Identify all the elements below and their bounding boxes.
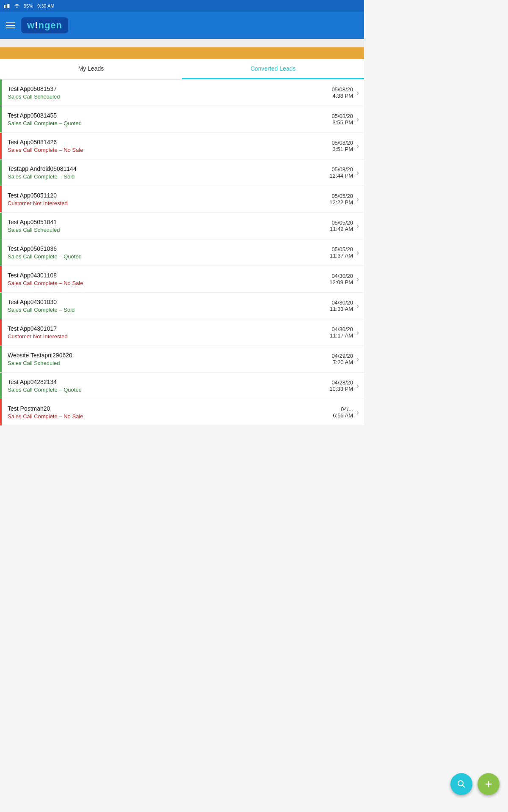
lead-date: 05/05/20 <box>329 193 353 199</box>
chevron-right-icon: › <box>356 328 359 337</box>
status-bar-icons: 95% 9:30 AM <box>4 3 54 8</box>
lead-item[interactable]: Website Testapril290620 Sales Call Sched… <box>0 346 364 373</box>
lead-name: Test App05051120 <box>8 192 329 199</box>
lead-date: 05/05/20 <box>330 219 353 226</box>
chevron-right-icon: › <box>356 355 359 364</box>
time-text: 9:30 AM <box>37 3 54 8</box>
lead-meta: 05/05/20 11:42 AM <box>330 219 353 232</box>
lead-name: Test App05051041 <box>8 219 330 225</box>
lead-meta: 04/29/20 7:20 AM <box>331 353 353 365</box>
lead-name: Test App04282134 <box>8 379 329 385</box>
lead-content: Test App05081455 Sales Call Complete – Q… <box>8 112 331 126</box>
lead-name: Test App05051036 <box>8 245 330 252</box>
lead-content: Testapp Android05081144 Sales Call Compl… <box>8 165 329 180</box>
lead-time: 11:17 AM <box>330 332 353 339</box>
lead-item[interactable]: Test App04301030 Sales Call Complete – S… <box>0 293 364 319</box>
lead-item[interactable]: Test Postman20 Sales Call Complete – No … <box>0 399 364 426</box>
lead-meta: 05/08/20 12:44 PM <box>329 166 353 179</box>
lead-date: 04/30/20 <box>329 273 353 279</box>
chevron-right-icon: › <box>356 142 359 151</box>
lead-name: Test App04301017 <box>8 325 330 332</box>
lead-name: Test App04301108 <box>8 272 329 279</box>
lead-meta: 04/30/20 12:09 PM <box>329 273 353 285</box>
lead-time: 4:38 PM <box>331 93 353 99</box>
lead-time: 12:09 PM <box>329 279 353 285</box>
lead-time: 3:51 PM <box>331 146 353 152</box>
tabs-container: My Leads Converted Leads <box>0 59 364 80</box>
chevron-right-icon: › <box>356 408 359 417</box>
lead-item[interactable]: Test App05081455 Sales Call Complete – Q… <box>0 106 364 133</box>
lead-date: 04/... <box>333 406 353 412</box>
battery-text: 95% <box>24 3 33 8</box>
chevron-right-icon: › <box>356 275 359 284</box>
tab-converted-leads[interactable]: Converted Leads <box>182 59 364 79</box>
chevron-right-icon: › <box>356 302 359 310</box>
lead-content: Test App05081537 Sales Call Scheduled <box>8 85 331 100</box>
lead-item[interactable]: Test App05081426 Sales Call Complete – N… <box>0 133 364 159</box>
lead-name: Testapp Android05081144 <box>8 165 329 172</box>
lead-time: 7:20 AM <box>331 359 353 365</box>
lead-item[interactable]: Test App04301108 Sales Call Complete – N… <box>0 266 364 293</box>
chevron-right-icon: › <box>356 248 359 257</box>
svg-rect-3 <box>8 4 9 8</box>
lead-content: Test App05051036 Sales Call Complete – Q… <box>8 245 330 260</box>
lead-meta: 04/28/20 10:33 PM <box>329 379 353 392</box>
lead-item[interactable]: Test App04301017 Customer Not Interested… <box>0 319 364 346</box>
lead-time: 12:44 PM <box>329 173 353 179</box>
svg-rect-1 <box>6 5 6 8</box>
lead-item[interactable]: Test App05051036 Sales Call Complete – Q… <box>0 239 364 266</box>
lead-meta: 04/30/20 11:33 AM <box>330 299 353 312</box>
lead-item[interactable]: Test App05051120 Customer Not Interested… <box>0 186 364 213</box>
hamburger-menu[interactable] <box>6 22 15 28</box>
tab-my-leads[interactable]: My Leads <box>0 59 182 79</box>
lead-status: Sales Call Complete – Sold <box>8 173 329 180</box>
lead-content: Test App05081426 Sales Call Complete – N… <box>8 139 331 153</box>
change-status-button[interactable] <box>0 47 364 59</box>
lead-name: Test App04301030 <box>8 299 330 305</box>
lead-item[interactable]: Testapp Android05081144 Sales Call Compl… <box>0 159 364 186</box>
chevron-right-icon: › <box>356 168 359 177</box>
lead-item[interactable]: Test App04282134 Sales Call Complete – Q… <box>0 373 364 399</box>
lead-name: Test App05081426 <box>8 139 331 145</box>
svg-rect-4 <box>9 4 10 8</box>
lead-time: 12:22 PM <box>329 199 353 206</box>
lead-date: 04/30/20 <box>330 326 353 332</box>
svg-rect-2 <box>7 4 8 8</box>
lead-meta: 04/30/20 11:17 AM <box>330 326 353 339</box>
lead-meta: 05/08/20 4:38 PM <box>331 86 353 99</box>
lead-date: 05/05/20 <box>330 246 353 252</box>
lead-status: Sales Call Complete – No Sale <box>8 280 329 286</box>
lead-name: Website Testapril290620 <box>8 352 331 359</box>
lead-time: 6:56 AM <box>333 412 353 419</box>
lead-item[interactable]: Test App05081537 Sales Call Scheduled 05… <box>0 80 364 106</box>
chevron-right-icon: › <box>356 195 359 204</box>
lead-content: Test App04301017 Customer Not Interested <box>8 325 330 340</box>
lead-date: 05/08/20 <box>331 140 353 146</box>
lead-time: 11:42 AM <box>330 226 353 232</box>
lead-content: Test App04301030 Sales Call Complete – S… <box>8 299 330 313</box>
app-header: w!ngen <box>0 12 364 39</box>
lead-date: 05/08/20 <box>331 113 353 119</box>
chevron-right-icon: › <box>356 88 359 97</box>
lead-status: Customer Not Interested <box>8 200 329 206</box>
lead-status: Sales Call Scheduled <box>8 93 331 100</box>
lead-meta: 04/... 6:56 AM <box>333 406 353 419</box>
lead-list: Test App05081537 Sales Call Scheduled 05… <box>0 80 364 426</box>
lead-item[interactable]: Test App05051041 Sales Call Scheduled 05… <box>0 213 364 239</box>
lead-time: 11:33 AM <box>330 306 353 312</box>
status-bar: 95% 9:30 AM <box>0 0 364 12</box>
lead-content: Test App05051120 Customer Not Interested <box>8 192 329 206</box>
chevron-right-icon: › <box>356 115 359 124</box>
logo-exclamation: ! <box>35 20 38 30</box>
lead-status: Sales Call Complete – No Sale <box>8 147 331 153</box>
lead-name: Test App05081537 <box>8 85 331 92</box>
svg-point-5 <box>17 7 18 8</box>
lead-date: 04/30/20 <box>330 299 353 306</box>
lead-status: Sales Call Complete – Quoted <box>8 120 331 126</box>
lead-meta: 05/05/20 12:22 PM <box>329 193 353 206</box>
lead-content: Test App04282134 Sales Call Complete – Q… <box>8 379 329 393</box>
lead-content: Test Postman20 Sales Call Complete – No … <box>8 405 333 420</box>
lead-time: 11:37 AM <box>330 252 353 259</box>
lead-status: Sales Call Scheduled <box>8 360 331 366</box>
lead-status: Sales Call Complete – No Sale <box>8 413 333 420</box>
